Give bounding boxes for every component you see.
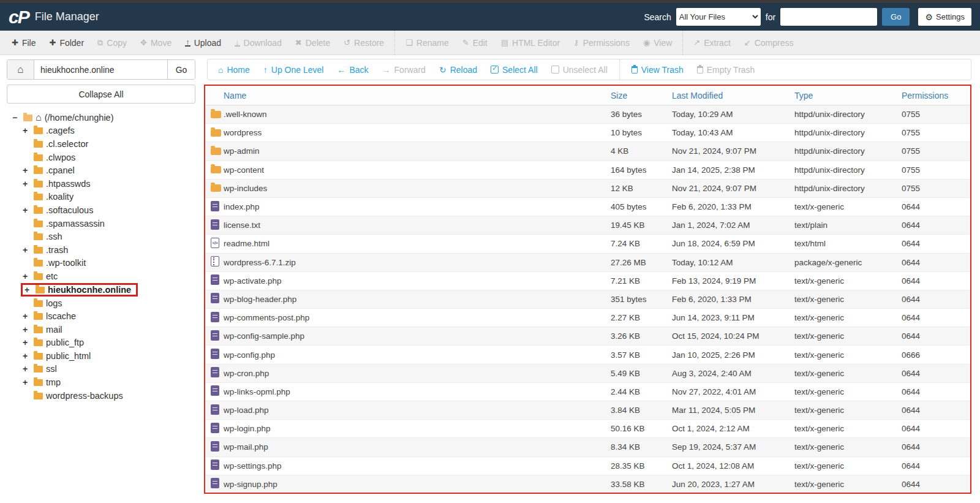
tree-expander[interactable]: +	[23, 179, 31, 189]
file-name[interactable]: wp-links-opml.php	[224, 387, 611, 396]
tree-expander[interactable]: +	[24, 285, 32, 295]
tree-item[interactable]: wordpress-backups	[12, 389, 202, 403]
tree-item[interactable]: + .trash	[12, 243, 202, 257]
tree-expander[interactable]: +	[23, 205, 31, 215]
toolbar-item[interactable]: ↓ Download	[235, 38, 282, 48]
tree-item[interactable]: + ssl	[12, 363, 202, 376]
collapse-all-button[interactable]: Collapse All	[7, 85, 195, 104]
tree-item[interactable]: + .cpanel	[12, 164, 202, 177]
table-row[interactable]: wp-admin 4 KB Nov 21, 2024, 9:07 PM http…	[205, 142, 970, 161]
file-name[interactable]: wp-config.php	[224, 350, 611, 360]
file-name[interactable]: wp-signup.php	[224, 480, 611, 489]
path-input[interactable]	[34, 60, 167, 79]
path-go-button[interactable]: Go	[167, 60, 195, 79]
file-name[interactable]: license.txt	[224, 221, 611, 230]
toolbar-item[interactable]: ❏ Rename	[405, 38, 449, 48]
tree-item[interactable]: .wp-toolkit	[12, 257, 202, 270]
tree-expander[interactable]: +	[23, 338, 31, 347]
table-row[interactable]: wordpress-6.7.1.zip 27.26 MB Today, 10:1…	[205, 254, 970, 272]
file-name[interactable]: wp-mail.php	[224, 442, 611, 452]
toolbar-item[interactable]: ↺ Restore	[344, 38, 384, 48]
tree-expander[interactable]: +	[23, 364, 31, 374]
nav-link[interactable]: ↻ Reload	[439, 65, 477, 75]
column-header[interactable]: Last Modified	[672, 91, 794, 100]
tree-item[interactable]: .cl.selector	[12, 137, 202, 151]
tree-item[interactable]: .ssh	[12, 230, 202, 243]
file-name[interactable]: wp-load.php	[224, 406, 611, 415]
file-name[interactable]: wp-config-sample.php	[224, 331, 611, 341]
file-name[interactable]: wordpress-6.7.1.zip	[224, 258, 611, 267]
tree-expander[interactable]: −	[12, 113, 20, 123]
search-scope-select[interactable]: All Your Files	[676, 8, 761, 26]
toolbar-item[interactable]: ✥ Move	[140, 38, 172, 48]
table-row[interactable]: license.txt 19.45 KB Jan 1, 2024, 7:02 A…	[205, 216, 970, 235]
nav-link[interactable]: Unselect All	[551, 65, 608, 75]
column-header[interactable]: Name	[224, 91, 611, 100]
table-row[interactable]: index.php 405 bytes Feb 6, 2020, 1:33 PM…	[205, 198, 970, 216]
search-input[interactable]	[780, 8, 877, 26]
file-name[interactable]: wp-admin	[224, 146, 611, 156]
tree-expander[interactable]: +	[23, 245, 31, 255]
toolbar-item[interactable]: ✚ Folder	[49, 38, 84, 48]
tree-item[interactable]: + mail	[12, 323, 202, 336]
toolbar-item[interactable]: ↙ Compress	[744, 38, 794, 48]
table-row[interactable]: wp-cron.php 5.49 KB Aug 3, 2024, 2:40 AM…	[205, 365, 970, 383]
table-row[interactable]: wp-config.php 3.57 KB Jan 10, 2025, 2:26…	[205, 346, 970, 364]
tree-item[interactable]: + etc	[12, 270, 202, 283]
file-name[interactable]: wp-login.php	[224, 424, 611, 433]
toolbar-item[interactable]: ↑ Upload	[185, 38, 221, 48]
tree-item[interactable]: + public_ftp	[12, 336, 202, 350]
table-row[interactable]: wp-includes 12 KB Nov 21, 2024, 9:07 PM …	[205, 180, 970, 198]
tree-item[interactable]: .clwpos	[12, 151, 202, 164]
file-name[interactable]: wp-activate.php	[224, 276, 611, 286]
table-row[interactable]: wp-activate.php 7.21 KB Feb 13, 2024, 9:…	[205, 272, 970, 290]
table-row[interactable]: wp-comments-post.php 2.27 KB Jun 14, 202…	[205, 309, 970, 327]
file-name[interactable]: wp-blog-header.php	[224, 295, 611, 304]
nav-link[interactable]: Select All	[491, 65, 538, 75]
toolbar-item[interactable]: ✖ Delete	[295, 38, 330, 48]
file-name[interactable]: wp-includes	[224, 184, 611, 193]
tree-expander[interactable]: +	[23, 351, 31, 361]
nav-link[interactable]: ↑ Up One Level	[263, 65, 324, 75]
tree-expander[interactable]: +	[23, 377, 31, 387]
file-name[interactable]: .well-known	[224, 110, 611, 119]
file-name[interactable]: readme.html	[224, 239, 611, 248]
toolbar-item[interactable]: ✎ Edit	[462, 38, 488, 48]
column-header[interactable]: Size	[611, 91, 672, 100]
tree-expander[interactable]: +	[23, 311, 31, 321]
nav-link[interactable]: → Forward	[382, 65, 426, 75]
tree-item[interactable]: + tmp	[12, 376, 202, 389]
tree-item[interactable]: .koality	[12, 191, 202, 204]
column-header[interactable]: Type	[794, 91, 902, 100]
table-row[interactable]: .well-known 36 bytes Today, 10:29 AM htt…	[205, 105, 970, 124]
toolbar-item[interactable]: ✚ File	[12, 38, 36, 48]
tree-item[interactable]: + .htpasswds	[12, 177, 202, 191]
toolbar-item[interactable]: ▤ HTML Editor	[501, 38, 560, 48]
nav-link[interactable]: ← Back	[337, 65, 368, 75]
file-name[interactable]: wp-cron.php	[224, 369, 611, 378]
tree-item[interactable]: logs	[12, 297, 202, 310]
file-name[interactable]: wp-settings.php	[224, 461, 611, 471]
file-name[interactable]: wordpress	[224, 128, 611, 137]
table-row[interactable]: readme.html 7.24 KB Jun 18, 2024, 6:59 P…	[205, 235, 970, 253]
toolbar-item[interactable]: ⚷ Permissions	[573, 38, 630, 48]
table-row[interactable]: wp-content 164 bytes Jan 14, 2025, 2:38 …	[205, 161, 970, 180]
table-row[interactable]: wp-load.php 3.84 KB Mar 11, 2024, 5:05 P…	[205, 401, 970, 420]
home-directory-button[interactable]: ⌂	[7, 60, 34, 79]
file-name[interactable]: index.php	[224, 202, 611, 211]
table-row[interactable]: wp-mail.php 8.34 KB Sep 19, 2024, 5:37 A…	[205, 438, 970, 456]
tree-item[interactable]: .spamassassin	[12, 217, 202, 230]
toolbar-item[interactable]: ◉ View	[643, 38, 672, 48]
toolbar-item[interactable]: ⧉ Copy	[97, 38, 127, 48]
toolbar-item[interactable]: ↗ Extract	[693, 38, 730, 48]
tree-expander[interactable]: +	[23, 325, 31, 335]
table-row[interactable]: wordpress 10 bytes Today, 10:43 AM httpd…	[205, 124, 970, 142]
table-row[interactable]: wp-blog-header.php 351 bytes Feb 6, 2020…	[205, 290, 970, 309]
tree-item[interactable]: + .cagefs	[12, 124, 202, 138]
search-go-button[interactable]: Go	[882, 8, 910, 26]
settings-button[interactable]: ⚙Settings	[918, 8, 971, 26]
table-row[interactable]: wp-config-sample.php 3.26 KB Oct 15, 202…	[205, 327, 970, 346]
column-header[interactable]: Permissions	[902, 91, 970, 100]
tree-item[interactable]: + public_html	[12, 349, 202, 363]
table-row[interactable]: wp-signup.php 33.58 KB Jun 20, 2023, 1:2…	[205, 475, 970, 494]
